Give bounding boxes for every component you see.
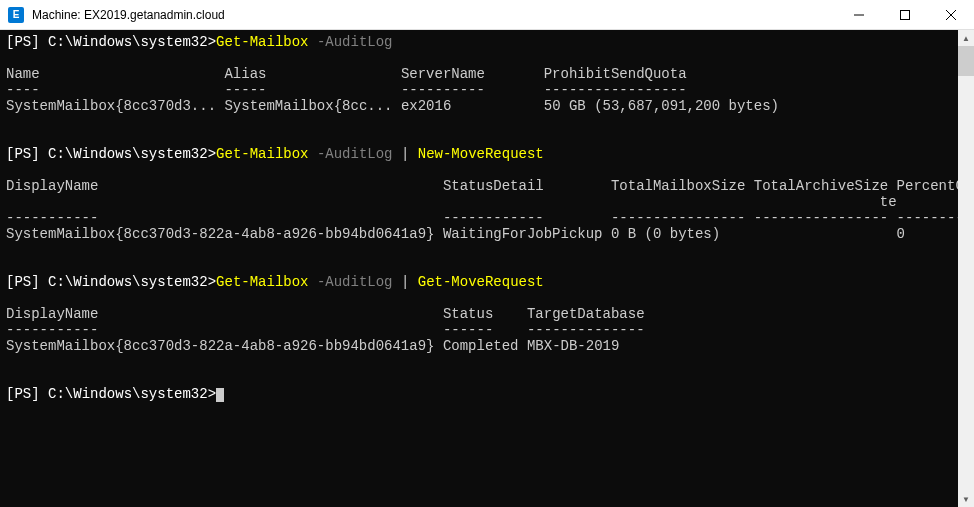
terminal[interactable]: [PS] C:\Windows\system32>Get-Mailbox -Au… [0, 30, 958, 507]
cmdlet-get-mailbox: Get-Mailbox [216, 34, 308, 50]
output-header: te [6, 194, 897, 210]
prompt-path [40, 386, 48, 402]
output-header: DisplayName StatusDetail TotalMailboxSiz… [6, 178, 958, 194]
prompt-path [40, 34, 48, 50]
prompt-bracket: ] [31, 146, 39, 162]
output-header: DisplayName Status TargetDatabase [6, 306, 645, 322]
output-separator: ----------- ------------ ---------------… [6, 210, 958, 226]
cmdlet-new-moverequest: New-MoveRequest [418, 146, 544, 162]
prompt-path [40, 146, 48, 162]
output-separator: ---- ----- ---------- ----------------- [6, 82, 687, 98]
output-separator: ----------- ------ -------------- [6, 322, 645, 338]
prompt-ps: PS [14, 146, 31, 162]
pipe: | [401, 146, 409, 162]
param-auditlog: -AuditLog [317, 146, 393, 162]
terminal-container: [PS] C:\Windows\system32>Get-Mailbox -Au… [0, 30, 974, 507]
cmdlet-get-moverequest: Get-MoveRequest [418, 274, 544, 290]
prompt-gt: > [208, 146, 216, 162]
window-controls [836, 0, 974, 29]
prompt-ps: PS [14, 386, 31, 402]
param-auditlog: -AuditLog [317, 34, 393, 50]
prompt-path: C:\Windows\system32 [48, 146, 208, 162]
scroll-track[interactable] [958, 46, 974, 491]
cmdlet-get-mailbox: Get-Mailbox [216, 274, 308, 290]
scroll-down-icon[interactable]: ▼ [958, 491, 974, 507]
output-header: Name Alias ServerName ProhibitSendQuota [6, 66, 687, 82]
prompt-gt: > [208, 274, 216, 290]
prompt-bracket: ] [31, 34, 39, 50]
pipe: | [401, 274, 409, 290]
prompt-path: C:\Windows\system32 [48, 274, 208, 290]
maximize-button[interactable] [882, 0, 928, 29]
scroll-up-icon[interactable]: ▲ [958, 30, 974, 46]
prompt-bracket: ] [31, 274, 39, 290]
prompt-path: C:\Windows\system32 [48, 386, 208, 402]
scrollbar[interactable]: ▲ ▼ [958, 30, 974, 507]
prompt-gt: > [208, 386, 216, 402]
minimize-button[interactable] [836, 0, 882, 29]
output-row: SystemMailbox{8cc370d3... SystemMailbox{… [6, 98, 779, 114]
svg-rect-1 [901, 10, 910, 19]
scroll-thumb[interactable] [958, 46, 974, 76]
window-title: Machine: EX2019.getanadmin.cloud [32, 8, 836, 22]
cmdlet-get-mailbox: Get-Mailbox [216, 146, 308, 162]
prompt-path [40, 274, 48, 290]
window-titlebar[interactable]: E Machine: EX2019.getanadmin.cloud [0, 0, 974, 30]
prompt-ps: PS [14, 34, 31, 50]
cursor [216, 388, 224, 402]
output-row: SystemMailbox{8cc370d3-822a-4ab8-a926-bb… [6, 338, 619, 354]
close-button[interactable] [928, 0, 974, 29]
app-icon: E [8, 7, 24, 23]
prompt-path: C:\Windows\system32 [48, 34, 208, 50]
prompt-bracket: ] [31, 386, 39, 402]
prompt-ps: PS [14, 274, 31, 290]
prompt-gt: > [208, 34, 216, 50]
param-auditlog: -AuditLog [317, 274, 393, 290]
output-row: SystemMailbox{8cc370d3-822a-4ab8-a926-bb… [6, 226, 905, 242]
